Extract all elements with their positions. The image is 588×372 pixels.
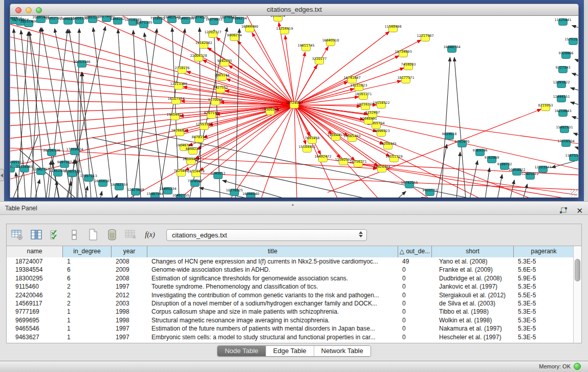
graph-edge[interactable] [93,28,113,198]
graph-node[interactable]: 12405012 [521,172,538,180]
graph-node[interactable]: 16210643 [554,109,571,117]
close-window-button[interactable] [15,7,21,13]
graph-node[interactable]: 15751074 [564,37,578,45]
graph-node[interactable]: 18996923 [373,129,389,137]
graph-node[interactable]: 8131074 [271,16,286,21]
network-window-titlebar[interactable]: citations_edges.txt [10,4,579,16]
tab-edge-table[interactable]: Edge Table [266,346,314,356]
minimize-window-button[interactable] [26,7,32,13]
graph-node[interactable]: 8678134 [192,135,207,143]
window-resize-grip[interactable] [570,189,577,196]
graph-node[interactable]: 12093822 [553,80,570,88]
graph-node[interactable]: 7625402 [174,169,189,177]
graph-node[interactable]: 20206536 [43,148,60,156]
graph-edge[interactable] [497,174,502,198]
graph-node[interactable]: 15987544 [146,192,163,198]
row-height-icon[interactable] [68,229,81,241]
graph-node[interactable]: 16151329 [385,155,402,162]
graph-edge[interactable] [294,105,481,198]
table-row[interactable]: 2242004622012Investigating the contribut… [7,291,581,299]
column-header-short[interactable]: short [432,246,514,257]
graph-edge[interactable] [16,172,18,198]
graph-edge[interactable] [10,36,294,105]
graph-node[interactable]: 19654915 [166,113,183,120]
graph-node[interactable]: 16314479 [187,169,204,177]
graph-edge[interactable] [118,29,128,198]
graph-edge[interactable] [485,168,490,198]
graph-node[interactable]: 19166827 [171,128,188,136]
graph-edge[interactable] [279,23,294,105]
float-panel-icon[interactable] [557,204,570,216]
graph-edge[interactable] [116,194,118,198]
graph-node[interactable]: 19154522 [373,101,389,108]
graph-edge[interactable] [144,33,164,198]
graph-node[interactable]: 12924484 [373,165,390,172]
graph-edge[interactable] [454,57,466,198]
graph-edge[interactable] [572,117,578,120]
graph-node[interactable]: 9097587 [57,160,72,168]
select-columns-icon[interactable] [49,229,62,241]
table-selector-combobox[interactable]: citations_edges.txt [166,229,367,241]
graph-node[interactable]: 18216277 [357,102,374,110]
graph-edge[interactable] [294,56,399,105]
tab-network-table[interactable]: Network Table [314,346,371,356]
table-settings-icon[interactable] [11,229,24,241]
table-row[interactable]: 977716911998Corpus callosum shape and si… [7,308,581,316]
graph-edge[interactable] [187,72,294,105]
graph-edge[interactable] [573,133,578,137]
memory-status-indicator[interactable] [574,363,581,370]
graph-node[interactable]: 6791970 [455,140,470,147]
graph-edge[interactable] [46,161,51,198]
graph-node[interactable]: 12217987 [417,34,433,41]
graph-edge[interactable] [571,88,578,92]
column-header-title[interactable]: title [147,246,398,257]
graph-edge[interactable] [294,31,389,105]
tab-node-table[interactable]: Node Table [217,346,266,356]
graph-node[interactable]: 16741647 [343,76,360,83]
graph-edge[interactable] [68,182,71,198]
graph-node[interactable]: 10492755 [172,193,189,198]
graph-node[interactable]: 9369396 [473,148,488,156]
graph-node[interactable]: 16958107 [94,179,111,187]
graph-node[interactable]: 18177571 [397,76,414,83]
graph-node[interactable]: 9806274 [227,33,242,41]
graph-node[interactable]: 16756271 [350,160,366,167]
graph-node[interactable]: 7458083 [401,62,416,70]
graph-node[interactable]: 19142082 [195,41,212,49]
graph-node[interactable]: 13211623 [350,83,367,91]
graph-node[interactable]: 10276925 [226,188,243,196]
graph-node[interactable]: 15692931 [556,125,573,133]
graph-node[interactable]: 16096040 [242,192,259,198]
graph-node[interactable]: 6466162 [111,17,125,25]
graph-edge[interactable] [575,147,578,150]
column-header-in_degree[interactable]: in_degree [63,246,112,257]
graph-node[interactable]: 9227343 [556,65,571,73]
graph-node[interactable]: 9619518 [442,132,457,140]
graph-edge[interactable] [456,152,460,198]
graph-edge[interactable] [572,73,578,77]
graph-node[interactable]: 4498222 [186,147,201,155]
graph-node[interactable]: 17016504 [557,139,574,147]
graph-node[interactable]: 13505135 [63,169,80,177]
graph-node[interactable]: 15184451 [298,145,315,152]
graph-node[interactable]: 12923448 [127,188,144,195]
graph-node[interactable]: 19611745 [297,43,314,51]
table-row[interactable]: 1938455462009Genome-wide association stu… [7,266,581,274]
graph-node[interactable]: 16640910 [322,38,339,46]
graph-node[interactable]: 7518925 [150,16,165,24]
graph-edge[interactable] [294,52,305,105]
graph-node[interactable]: 3220177 [312,57,327,64]
graph-edge[interactable] [285,35,294,105]
graph-node[interactable]: 19734693 [395,50,411,57]
table-row[interactable]: 1872400712008Changes of HCN gene express… [7,257,581,266]
graph-edge[interactable] [17,32,28,198]
graph-edge[interactable] [54,181,57,198]
graph-edge[interactable] [294,105,297,198]
graph-node[interactable]: 22006128 [190,54,207,61]
graph-node[interactable]: 11675302 [565,154,578,161]
graph-edge[interactable] [294,89,354,105]
graph-node[interactable]: 9245012 [211,171,226,179]
graph-edge[interactable] [82,16,294,105]
graph-node[interactable]: 16671385 [135,20,152,28]
scrollbar-thumb[interactable] [575,259,580,281]
